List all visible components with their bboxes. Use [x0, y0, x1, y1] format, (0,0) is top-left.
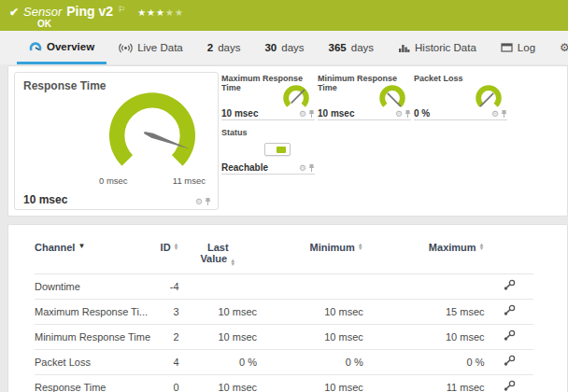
widget-settings-gear-icon[interactable]: ⚙ — [299, 109, 306, 119]
minimum-response-time-gauge — [376, 83, 409, 111]
widget-value: 10 msec — [318, 108, 354, 119]
table-row: Minimum Response Time 2 10 msec 10 msec … — [35, 325, 533, 350]
widget-title: Status — [221, 128, 315, 137]
widget-settings-gear-icon[interactable]: ⚙ — [491, 109, 499, 119]
sensor-title: Ping v2 — [66, 4, 113, 19]
tab-2-days[interactable]: 2 days — [195, 31, 253, 64]
star-empty-icons[interactable]: ★★ — [165, 7, 184, 18]
table-row: Packet Loss 4 0 % 0 % 0 % — [35, 350, 533, 375]
widget-value: 10 msec — [221, 108, 258, 119]
sort-desc-icon: ▼ — [78, 242, 85, 250]
widget-settings-gear-icon[interactable]: ⚙ — [299, 163, 306, 173]
packet-loss-widget: Packet Loss 0 % ⚙ — [414, 74, 507, 120]
widget-value: 0 % — [414, 108, 430, 119]
maximum-response-time-widget: Maximum Response Time 10 msec ⚙ — [221, 74, 315, 120]
column-header-last-value[interactable]: Last Value ▲▼ — [179, 236, 257, 274]
tab-bar: Overview Live Data 2 days 30 days 365 da… — [0, 31, 568, 64]
tab-30-days-label: days — [281, 42, 304, 53]
star-filled-icons[interactable]: ★★★ — [137, 7, 165, 18]
flag-icon[interactable]: ⚐ — [118, 5, 125, 14]
pin-icon[interactable] — [205, 197, 211, 206]
gauge-scale-min: 0 msec — [99, 175, 128, 186]
tab-historic-data[interactable]: Historic Data — [386, 31, 489, 64]
settings-gear-icon: ⚙ — [560, 41, 568, 54]
column-header-channel[interactable]: Channel▼ — [35, 236, 150, 274]
edit-channel-icon[interactable] — [503, 355, 516, 367]
gauge-arc — [93, 86, 211, 170]
tab-2-days-number: 2 — [207, 42, 213, 53]
response-time-gauge-widget: Response Time 0 msec 11 msec 10 msec ⚙ — [14, 72, 219, 210]
edit-channel-icon[interactable] — [503, 279, 516, 291]
edit-channel-icon[interactable] — [503, 329, 516, 342]
bar-chart-icon — [398, 43, 410, 53]
status-widget: Status Reachable ⚙ — [221, 128, 315, 175]
response-time-gauge: 0 msec 11 msec — [93, 86, 211, 186]
gauge-icon — [29, 41, 42, 52]
pin-icon[interactable] — [308, 109, 315, 119]
tab-live-data-label: Live Data — [137, 42, 183, 53]
packet-loss-gauge — [472, 83, 505, 111]
maximum-response-time-gauge — [279, 83, 313, 111]
log-icon — [501, 43, 513, 52]
tab-30-days[interactable]: 30 days — [252, 31, 316, 64]
pin-icon[interactable] — [501, 109, 507, 119]
status-toggle-indicator — [264, 143, 291, 156]
gauge-settings-gear-icon[interactable]: ⚙ — [195, 197, 203, 206]
sort-icon: ▲▼ — [358, 243, 363, 250]
column-header-maximum[interactable]: Maximum▲▼ — [363, 236, 485, 274]
overview-panel: Response Time 0 msec 11 msec 10 msec ⚙ — [7, 65, 568, 217]
priority-stars[interactable]: ★★★★★ — [137, 7, 184, 18]
sort-icon: ▲▼ — [230, 259, 235, 266]
edit-channel-icon[interactable] — [503, 380, 516, 392]
table-row: Maximum Response Ti... 3 10 msec 10 msec… — [35, 300, 533, 325]
tab-365-days-label: days — [351, 42, 374, 53]
table-row: Response Time 0 10 msec 10 msec 11 msec — [35, 375, 533, 392]
tab-overview[interactable]: Overview — [17, 31, 106, 64]
minimum-response-time-widget: Minimum Response Time 10 msec ⚙ — [318, 74, 411, 120]
column-header-minimum[interactable]: Minimum▲▼ — [257, 236, 363, 274]
tab-2-days-label: days — [218, 42, 240, 53]
tab-365-days-number: 365 — [329, 42, 347, 53]
tab-live-data[interactable]: Live Data — [106, 31, 195, 64]
sensor-status-badge: OK — [37, 19, 559, 29]
pin-icon[interactable] — [308, 163, 315, 173]
gauge-scale-max: 11 msec — [173, 175, 206, 186]
tab-settings[interactable]: ⚙ Settings — [547, 31, 568, 64]
channel-table: Channel▼ ID▲▼ Last Value ▲▼ Minimum▲▼ Ma… — [35, 236, 533, 392]
tab-log[interactable]: Log — [489, 31, 547, 64]
tab-overview-label: Overview — [47, 41, 94, 52]
tab-log-label: Log — [518, 42, 535, 53]
sensor-header: ✔ Sensor Ping v2 ⚐ ★★★★★ OK — [0, 0, 568, 31]
tab-365-days[interactable]: 365 days — [317, 31, 386, 64]
gauge-value: 10 msec — [23, 193, 67, 206]
tab-historic-data-label: Historic Data — [415, 42, 476, 53]
edit-channel-icon[interactable] — [503, 304, 516, 316]
sort-icon: ▲▼ — [174, 243, 179, 250]
widget-value: Reachable — [221, 162, 268, 173]
sort-icon: ▲▼ — [479, 243, 485, 250]
ok-check-icon: ✔ — [9, 6, 19, 19]
tab-30-days-number: 30 — [264, 42, 277, 53]
sensor-type-label: Sensor — [23, 5, 62, 19]
live-signal-icon — [119, 43, 133, 53]
pin-icon[interactable] — [405, 109, 411, 119]
widget-title: Packet Loss — [414, 74, 507, 83]
table-row: Downtime -4 — [35, 274, 533, 300]
column-header-id[interactable]: ID▲▼ — [150, 236, 178, 274]
widget-settings-gear-icon[interactable]: ⚙ — [395, 109, 403, 119]
channel-table-panel: Channel▼ ID▲▼ Last Value ▲▼ Minimum▲▼ Ma… — [7, 224, 568, 392]
